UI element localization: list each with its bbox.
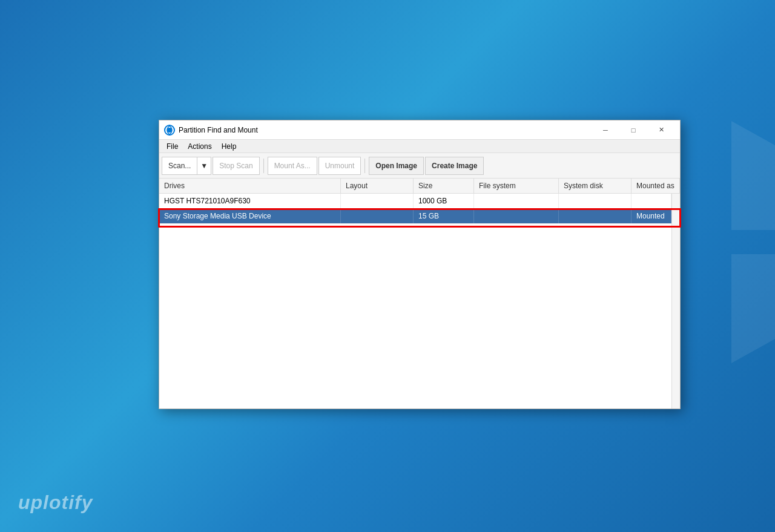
menu-file[interactable]: File xyxy=(162,141,183,152)
open-image-button[interactable]: Open Image xyxy=(369,157,424,175)
table-body: HGST HTS721010A9F630 1000 GB Sony Storag… xyxy=(159,194,671,409)
windows-accent xyxy=(702,121,775,363)
create-image-button[interactable]: Create Image xyxy=(425,157,484,175)
menu-bar: File Actions Help xyxy=(159,140,680,153)
app-window: Partition Find and Mount ─ □ ✕ File Acti… xyxy=(159,120,681,409)
scan-group: Scan... ▼ xyxy=(162,157,211,175)
cell-filesystem-1 xyxy=(474,194,559,208)
col-filesystem: File system xyxy=(474,179,559,193)
toolbar-separator-1 xyxy=(263,159,264,173)
mount-as-button[interactable]: Mount As... xyxy=(268,157,317,175)
window-title: Partition Find and Mount xyxy=(179,126,592,134)
title-bar: Partition Find and Mount ─ □ ✕ xyxy=(159,120,680,140)
close-button[interactable]: ✕ xyxy=(647,120,675,140)
col-layout: Layout xyxy=(341,179,414,193)
toolbar: Scan... ▼ Stop Scan Mount As... Unmount … xyxy=(159,153,680,179)
table-header: Drives Layout Size File system System di… xyxy=(159,179,680,194)
menu-help[interactable]: Help xyxy=(217,141,242,152)
watermark-logo: uplotify xyxy=(18,491,93,514)
menu-actions[interactable]: Actions xyxy=(183,141,216,152)
toolbar-separator-2 xyxy=(364,159,365,173)
table-container: Drives Layout Size File system System di… xyxy=(159,179,680,409)
scan-button[interactable]: Scan... xyxy=(162,157,197,175)
cell-drives-1: HGST HTS721010A9F630 xyxy=(159,194,341,208)
table-scroll-area: HGST HTS721010A9F630 1000 GB Sony Storag… xyxy=(159,194,680,409)
col-size: Size xyxy=(414,179,474,193)
cell-mountedas-2: Mounted xyxy=(632,209,671,223)
cell-layout-2 xyxy=(341,209,414,223)
cell-drives-2: Sony Storage Media USB Device xyxy=(159,209,341,223)
window-controls: ─ □ ✕ xyxy=(592,120,675,140)
table-row[interactable]: Sony Storage Media USB Device 15 GB Moun… xyxy=(159,209,671,224)
scan-dropdown-button[interactable]: ▼ xyxy=(197,157,211,175)
cell-size-1: 1000 GB xyxy=(414,194,474,208)
col-drives: Drives xyxy=(159,179,341,193)
cell-size-2: 15 GB xyxy=(414,209,474,223)
cell-systemdisk-2 xyxy=(559,209,632,223)
unmount-button[interactable]: Unmount xyxy=(318,157,361,175)
cell-systemdisk-1 xyxy=(559,194,632,208)
cell-layout-1 xyxy=(341,194,414,208)
minimize-button[interactable]: ─ xyxy=(592,120,619,140)
maximize-button[interactable]: □ xyxy=(619,120,647,140)
cell-mountedas-1 xyxy=(632,194,671,208)
col-mountedas: Mounted as xyxy=(632,179,680,193)
scrollbar-track[interactable] xyxy=(671,194,680,409)
cell-filesystem-2 xyxy=(474,209,559,223)
app-icon xyxy=(164,125,175,136)
table-row[interactable]: HGST HTS721010A9F630 1000 GB xyxy=(159,194,671,209)
stop-scan-button[interactable]: Stop Scan xyxy=(213,157,259,175)
col-systemdisk: System disk xyxy=(559,179,632,193)
